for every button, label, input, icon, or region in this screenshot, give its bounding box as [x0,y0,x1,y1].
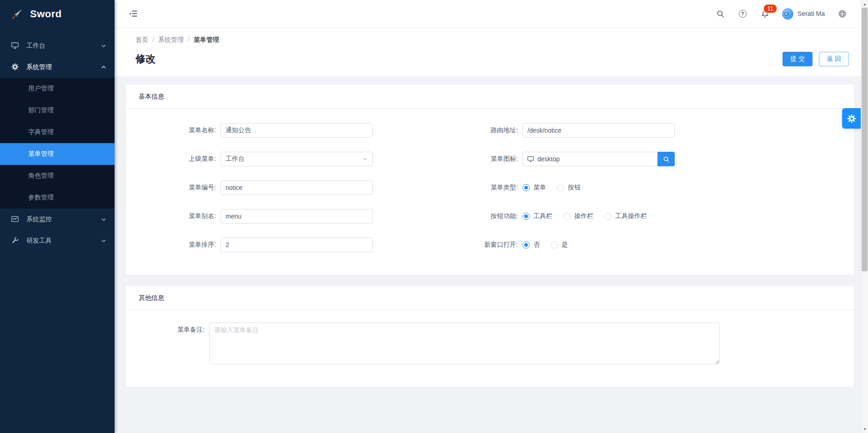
button-func-label: 按钮功能: [373,212,522,220]
notification-badge: 11 [763,4,777,13]
radio-toolbar[interactable] [522,213,530,220]
other-info-card: 其他信息 菜单备注: [126,286,854,387]
route-path-label: 路由地址: [373,126,522,134]
route-path-input[interactable] [522,123,675,138]
new-window-radio-group: 否 是 [522,241,575,249]
parent-menu-select[interactable]: 工作台 [221,152,373,166]
app-logo[interactable]: Sword [0,0,115,28]
basic-info-title: 基本信息 [126,85,854,109]
scrollbar-up-arrow[interactable]: ▲ [861,0,868,8]
breadcrumb-system[interactable]: 系统管理 [158,36,184,44]
user-menu[interactable]: Serati Ma [782,8,825,20]
menu-name-label: 菜单名称: [126,126,221,134]
menu-code-label: 菜单编号: [126,184,221,192]
page-actions: 提 交 返 回 [783,52,849,66]
parent-menu-label: 上级菜单: [126,155,221,163]
search-icon [663,156,670,163]
radio-tool-action-bar[interactable] [604,213,612,220]
system-management-submenu: 用户管理 部门管理 字典管理 菜单管理 角色管理 参数管理 [0,78,115,209]
sidebar-item-dict-management[interactable]: 字典管理 [0,121,115,143]
avatar [782,8,793,20]
radio-action-bar[interactable] [563,213,571,220]
gear-icon [847,114,857,124]
menu-icon-label: 菜单图标: [373,155,522,163]
sword-logo-icon [10,7,24,21]
topbar: ? 11 Serati Ma [115,0,868,28]
sidebar-item-menu-management[interactable]: 菜单管理 [0,143,115,165]
sidebar-menu: 工作台 [0,28,115,433]
wrench-icon [11,236,20,245]
menu-icon-input[interactable]: desktop [522,152,657,166]
menu-remark-textarea[interactable] [209,323,720,364]
app-window: Sword 工作台 [0,0,868,433]
menu-remark-label: 菜单备注: [126,323,209,334]
desktop-icon [11,41,20,50]
main-area: ? 11 Serati Ma [115,0,868,433]
user-name: Serati Ma [798,10,825,17]
menu-name-input[interactable] [221,123,373,138]
new-window-label: 新窗口打开: [373,241,522,249]
help-icon[interactable]: ? [738,9,748,19]
menu-fold-icon[interactable] [128,9,138,19]
chevron-down-icon [101,43,106,49]
globe-icon[interactable] [837,9,847,19]
theme-settings-button[interactable] [842,108,861,129]
breadcrumb-current: 菜单管理 [194,36,219,44]
page-title: 修改 [135,52,156,66]
window-scrollbar[interactable]: ▲ ▼ [861,0,868,433]
sidebar-item-param-management[interactable]: 参数管理 [0,187,115,209]
sidebar-item-system-monitor[interactable]: 系统监控 [0,209,115,230]
menu-code-input[interactable] [221,180,373,195]
icon-search-button[interactable] [657,152,675,166]
sidebar-item-role-management[interactable]: 角色管理 [0,165,115,187]
basic-info-card: 基本信息 菜单名称: 路由地址: 上级 [126,85,854,274]
scrollbar-down-arrow[interactable]: ▼ [861,425,868,433]
menu-sort-label: 菜单排序: [126,241,221,249]
chevron-down-icon [362,156,368,162]
submit-button[interactable]: 提 交 [783,52,813,66]
search-icon[interactable] [715,9,725,19]
radio-menu[interactable] [522,184,530,191]
menu-type-radio-group: 菜单 按钮 [522,184,588,192]
sidebar: Sword 工作台 [0,0,115,433]
page-header: 首页 / 系统管理 / 菜单管理 修改 提 交 返 回 [115,28,868,76]
sidebar-item-system-management[interactable]: 系统管理 [0,56,115,78]
chevron-down-icon [101,238,106,244]
sidebar-item-user-management[interactable]: 用户管理 [0,78,115,100]
chevron-up-icon [101,65,106,70]
desktop-icon [527,155,534,163]
button-func-radio-group: 工具栏 操作栏 工具操作栏 [522,212,654,220]
menu-sort-input[interactable] [221,238,373,252]
radio-yes[interactable] [551,241,558,249]
breadcrumb-home[interactable]: 首页 [135,36,148,44]
menu-alias-label: 菜单别名: [126,212,221,220]
menu-type-label: 菜单类型: [373,184,522,192]
topbar-actions: ? 11 Serati Ma [715,8,847,20]
chevron-down-icon [101,217,106,222]
back-button[interactable]: 返 回 [819,52,849,66]
sidebar-item-dev-tools[interactable]: 研发工具 [0,230,115,251]
other-info-title: 其他信息 [126,286,854,310]
content: 基本信息 菜单名称: 路由地址: 上级 [115,76,868,433]
notification-bell-icon[interactable]: 11 [760,9,770,19]
breadcrumb: 首页 / 系统管理 / 菜单管理 [135,36,849,44]
app-title: Sword [30,8,62,20]
menu-alias-input[interactable] [221,209,373,224]
radio-no[interactable] [522,241,530,249]
sidebar-item-dept-management[interactable]: 部门管理 [0,100,115,121]
monitor-chart-icon [11,215,20,224]
radio-button[interactable] [557,184,564,191]
scrollbar-thumb[interactable] [862,8,868,271]
gear-icon [11,63,20,72]
sidebar-item-workbench[interactable]: 工作台 [0,35,115,56]
